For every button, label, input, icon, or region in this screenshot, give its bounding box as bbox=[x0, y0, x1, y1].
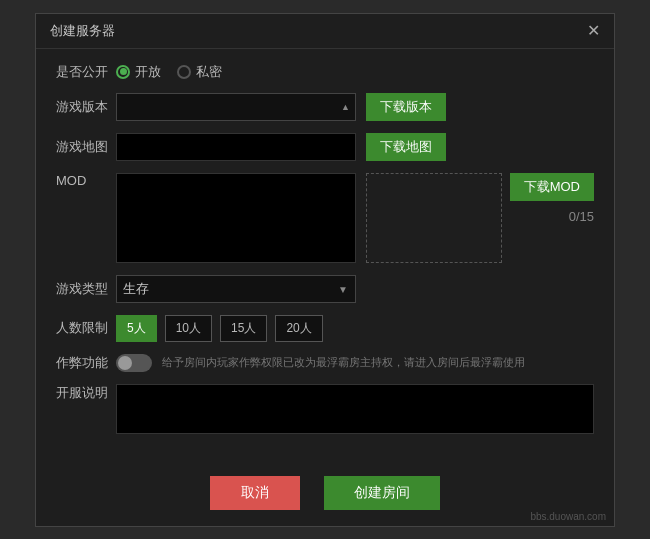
download-version-button[interactable]: 下载版本 bbox=[366, 93, 446, 121]
limit-20[interactable]: 20人 bbox=[275, 315, 322, 342]
create-button[interactable]: 创建房间 bbox=[324, 476, 440, 510]
mod-list bbox=[116, 173, 356, 263]
dialog-body: 是否公开 开放 私密 游戏版本 下载 bbox=[36, 49, 614, 466]
player-limit-row: 人数限制 5人 10人 15人 20人 bbox=[56, 315, 594, 342]
radio-open[interactable]: 开放 bbox=[116, 63, 161, 81]
version-select[interactable] bbox=[116, 93, 356, 121]
version-label: 游戏版本 bbox=[56, 98, 116, 116]
public-label: 是否公开 bbox=[56, 63, 116, 81]
radio-private-circle bbox=[177, 65, 191, 79]
mod-row: MOD 下载MOD 0/15 bbox=[56, 173, 594, 263]
radio-private-label: 私密 bbox=[196, 63, 222, 81]
map-label: 游戏地图 bbox=[56, 138, 116, 156]
ops-toggle[interactable] bbox=[116, 354, 152, 372]
radio-open-circle bbox=[116, 65, 130, 79]
visibility-radio-group: 开放 私密 bbox=[116, 63, 222, 81]
description-textarea[interactable] bbox=[116, 384, 594, 434]
map-preview bbox=[116, 133, 356, 161]
create-server-dialog: 创建服务器 ✕ 是否公开 开放 私密 游戏版本 bbox=[35, 13, 615, 527]
ops-description: 给予房间内玩家作弊权限已改为最浮霸房主持权，请进入房间后最浮霸使用 bbox=[162, 355, 525, 370]
player-limit-controls: 5人 10人 15人 20人 bbox=[116, 315, 323, 342]
mod-label: MOD bbox=[56, 173, 116, 188]
ops-controls: 给予房间内玩家作弊权限已改为最浮霸房主持权，请进入房间后最浮霸使用 bbox=[116, 354, 525, 372]
dialog-title: 创建服务器 bbox=[50, 22, 115, 40]
game-type-controls: 生存 创造 冒险 bbox=[116, 275, 356, 303]
limit-5[interactable]: 5人 bbox=[116, 315, 157, 342]
watermark: bbs.duowan.com bbox=[530, 511, 606, 522]
version-select-wrapper bbox=[116, 93, 356, 121]
map-row: 游戏地图 下载地图 bbox=[56, 133, 594, 161]
dialog-footer: 取消 创建房间 bbox=[36, 466, 614, 526]
limit-15[interactable]: 15人 bbox=[220, 315, 267, 342]
ops-label: 作弊功能 bbox=[56, 354, 116, 372]
mod-right: 下载MOD 0/15 bbox=[502, 173, 594, 224]
player-limit-label: 人数限制 bbox=[56, 319, 116, 337]
game-type-label: 游戏类型 bbox=[56, 280, 116, 298]
game-type-row: 游戏类型 生存 创造 冒险 bbox=[56, 275, 594, 303]
version-controls: 下载版本 bbox=[116, 93, 446, 121]
radio-private[interactable]: 私密 bbox=[177, 63, 222, 81]
description-row: 开服说明 bbox=[56, 384, 594, 434]
mod-count: 0/15 bbox=[569, 209, 594, 224]
limit-10[interactable]: 10人 bbox=[165, 315, 212, 342]
download-mod-button[interactable]: 下载MOD bbox=[510, 173, 594, 201]
ops-row: 作弊功能 给予房间内玩家作弊权限已改为最浮霸房主持权，请进入房间后最浮霸使用 bbox=[56, 354, 594, 372]
description-label: 开服说明 bbox=[56, 384, 116, 402]
game-type-select[interactable]: 生存 创造 冒险 bbox=[116, 275, 356, 303]
radio-open-label: 开放 bbox=[135, 63, 161, 81]
download-map-button[interactable]: 下载地图 bbox=[366, 133, 446, 161]
game-type-select-wrapper: 生存 创造 冒险 bbox=[116, 275, 356, 303]
map-controls: 下载地图 bbox=[116, 133, 446, 161]
title-bar: 创建服务器 ✕ bbox=[36, 14, 614, 49]
public-row: 是否公开 开放 私密 bbox=[56, 63, 594, 81]
version-row: 游戏版本 下载版本 bbox=[56, 93, 594, 121]
close-button[interactable]: ✕ bbox=[587, 23, 600, 39]
mod-drop-zone[interactable] bbox=[366, 173, 502, 263]
mod-area bbox=[116, 173, 502, 263]
cancel-button[interactable]: 取消 bbox=[210, 476, 300, 510]
